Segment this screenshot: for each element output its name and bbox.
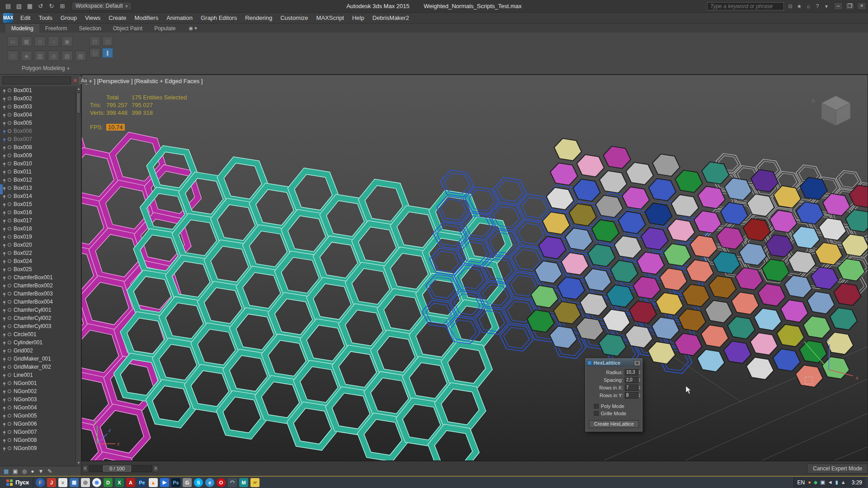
excel-icon[interactable]: X	[115, 478, 124, 487]
scene-object-row[interactable]: NGon003	[0, 395, 75, 404]
close-button[interactable]: ×	[857, 2, 866, 10]
media-player-icon[interactable]: ▶	[160, 478, 169, 487]
spinner-control[interactable]	[639, 385, 640, 390]
scene-object-row[interactable]: Box004	[0, 111, 75, 119]
match-case-button[interactable]: Aa	[79, 77, 89, 84]
scene-object-row[interactable]: ChamferBox004	[0, 298, 75, 306]
pin-icon[interactable]	[3, 309, 5, 311]
ribbon-tool-icon[interactable]: ▧	[61, 51, 73, 61]
ribbon-tool-icon[interactable]: ▥	[34, 51, 46, 61]
scene-object-row[interactable]: ChamferCyl003	[0, 322, 75, 330]
pin-icon[interactable]	[3, 114, 5, 116]
update-icon[interactable]: ●	[808, 479, 811, 485]
clock[interactable]: 3:29	[849, 479, 862, 486]
ribbon-tool-icon[interactable]: ▦	[21, 36, 32, 47]
display-tray-icon[interactable]: ▣	[820, 479, 825, 485]
ribbon-tool-icon[interactable]: ◰	[90, 36, 100, 46]
menu-item[interactable]: Modifiers	[130, 13, 162, 23]
ribbon-section-label[interactable]: Polygon Modeling▾	[22, 65, 69, 71]
filter-icon[interactable]: ▼	[38, 468, 43, 474]
pin-icon[interactable]	[3, 325, 5, 328]
scene-object-row[interactable]: Box018	[0, 225, 75, 233]
pin-icon[interactable]	[3, 163, 5, 165]
scene-object-row[interactable]: NGon004	[0, 404, 75, 412]
pin-icon[interactable]	[3, 301, 5, 303]
ribbon-tool-icon[interactable]: □	[7, 51, 19, 61]
ribbon-tool-icon[interactable]: ▭	[7, 36, 19, 47]
menu-item[interactable]: Tools	[34, 13, 56, 23]
teal-hex-lattice[interactable]	[107, 144, 519, 461]
pencil-icon[interactable]: ✎	[47, 468, 52, 474]
max-app-button[interactable]: MAX	[3, 13, 13, 23]
pin-icon[interactable]	[3, 171, 5, 173]
photoshop-icon[interactable]: Ps	[171, 478, 180, 487]
pin-icon[interactable]	[3, 342, 5, 344]
pin-icon[interactable]	[3, 220, 5, 222]
timeline-next-button[interactable]: >	[153, 465, 159, 472]
scene-object-row[interactable]: Box014	[0, 192, 75, 200]
pin-icon[interactable]	[3, 285, 5, 287]
scene-object-row[interactable]: Box005	[0, 119, 75, 127]
timeline-slider[interactable]: 0 / 100	[103, 465, 131, 472]
pin-icon[interactable]	[3, 203, 5, 206]
menu-item[interactable]: Customize	[276, 13, 312, 23]
ribbon-tool-icon[interactable]: ◎	[48, 51, 59, 61]
ribbon-tool-icon[interactable]: ◱	[90, 48, 100, 58]
scene-object-row[interactable]: Box013	[0, 184, 75, 192]
home-icon[interactable]: ⌂	[804, 2, 813, 10]
scene-object-row[interactable]: Box017	[0, 216, 75, 225]
scene-object-row[interactable]: Box015	[0, 200, 75, 208]
ribbon-tool-icon[interactable]: ◈	[21, 51, 32, 61]
pin-icon[interactable]	[3, 211, 5, 214]
scene-object-row[interactable]: Box003	[0, 103, 75, 111]
pin-icon[interactable]	[3, 439, 5, 441]
display-mode-icon[interactable]: ▦	[4, 468, 9, 474]
scene-object-row[interactable]: Box012	[0, 176, 75, 184]
ribbon-tool-icon[interactable]: ▣	[61, 36, 73, 47]
scene-filter-input[interactable]	[2, 76, 71, 84]
scene-object-row[interactable]: ChamferBox001	[0, 273, 75, 282]
colored-hex-lattice[interactable]	[524, 137, 868, 392]
redo-icon[interactable]: ↻	[46, 2, 57, 11]
eject-icon[interactable]: ▲	[841, 479, 846, 485]
dialog-field-input[interactable]: 7	[625, 385, 638, 391]
acrobat-icon[interactable]: A	[126, 478, 135, 487]
help-icon[interactable]: ?	[813, 2, 822, 10]
scroll-up-icon[interactable]: ▲	[76, 86, 81, 92]
scene-object-row[interactable]: Box022	[0, 249, 75, 257]
scene-object-row[interactable]: Box007	[0, 135, 75, 143]
viewport-label[interactable]: [ + ] [Perspective ] [Realistic + Edged …	[85, 78, 203, 84]
timeline-prev-button[interactable]: <	[82, 465, 88, 472]
spinner-control[interactable]	[639, 370, 640, 375]
new-scene-icon[interactable]: ▤	[3, 2, 14, 11]
pin-icon[interactable]	[3, 423, 5, 425]
viewcube[interactable]: ⌂	[811, 96, 850, 126]
dialog-field-input[interactable]: 2,0	[625, 377, 638, 383]
language-indicator[interactable]: EN	[797, 479, 805, 486]
pin-icon[interactable]	[3, 155, 5, 157]
scene-object-row[interactable]: NGon008	[0, 436, 75, 444]
steam-icon[interactable]: ◠	[228, 478, 237, 487]
explorer-scrollbar[interactable]: ▲ ▼	[75, 86, 81, 466]
pin-icon[interactable]	[3, 431, 5, 433]
scene-object-row[interactable]: Box001	[0, 86, 75, 94]
pin-icon[interactable]	[3, 146, 5, 149]
scene-object-row[interactable]: NGon005	[0, 412, 75, 420]
checkbox[interactable]	[594, 404, 599, 408]
menu-item[interactable]: Create	[104, 13, 130, 23]
pin-icon[interactable]	[3, 277, 5, 279]
start-button[interactable]: Пуск	[2, 477, 33, 488]
dialog-field-input[interactable]: 10,3	[625, 369, 638, 375]
scene-object-row[interactable]: GridMaker_002	[0, 363, 75, 371]
ribbon-display-toggle-icon[interactable]: ◉ ▾	[186, 24, 200, 33]
opera-icon[interactable]: O	[217, 478, 226, 487]
menu-item[interactable]: Views	[81, 13, 104, 23]
ie-icon[interactable]: e	[205, 478, 214, 487]
skype-icon[interactable]: S	[194, 478, 203, 487]
scene-object-row[interactable]: NGon009	[0, 444, 75, 452]
ribbon-tool-icon[interactable]: ◳	[102, 36, 113, 46]
pin-icon[interactable]	[3, 130, 5, 132]
vlc-icon[interactable]: ▲	[149, 478, 158, 487]
ribbon-tool-icon[interactable]: ▤	[75, 51, 86, 61]
pin-icon[interactable]	[3, 228, 5, 230]
